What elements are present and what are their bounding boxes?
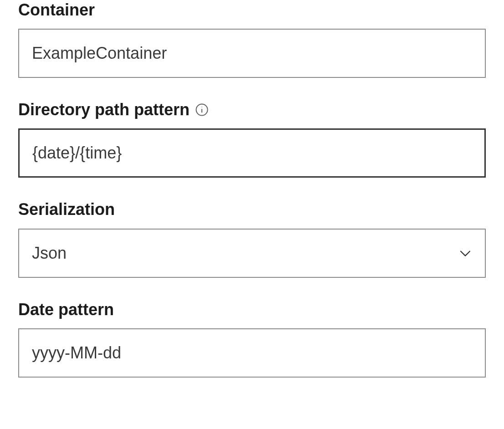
- container-input[interactable]: [18, 29, 486, 78]
- directory-path-pattern-input[interactable]: [18, 128, 486, 178]
- serialization-label-row: Serialization: [18, 199, 486, 219]
- date-pattern-label: Date pattern: [18, 300, 114, 319]
- date-pattern-field-group: Date pattern: [18, 300, 486, 378]
- date-pattern-input[interactable]: [18, 328, 486, 378]
- serialization-label: Serialization: [18, 199, 115, 219]
- date-pattern-label-row: Date pattern: [18, 300, 486, 319]
- serialization-select-wrapper: [18, 229, 486, 278]
- container-field-group: Container: [18, 0, 486, 78]
- info-icon[interactable]: [195, 103, 209, 117]
- directory-path-pattern-label: Directory path pattern: [18, 100, 190, 119]
- serialization-field-group: Serialization: [18, 199, 486, 277]
- svg-point-2: [201, 107, 202, 107]
- directory-path-pattern-field-group: Directory path pattern: [18, 100, 486, 178]
- container-label: Container: [18, 0, 95, 20]
- directory-path-pattern-label-row: Directory path pattern: [18, 100, 486, 119]
- container-label-row: Container: [18, 0, 486, 20]
- serialization-select[interactable]: [18, 229, 486, 278]
